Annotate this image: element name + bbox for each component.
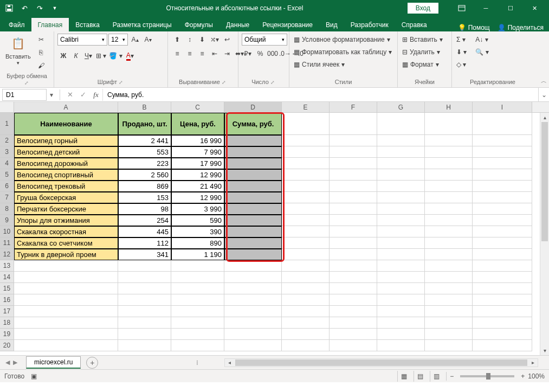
cell[interactable] <box>282 135 330 146</box>
cell[interactable]: 3 990 <box>171 203 224 215</box>
tab-developer[interactable]: Разработчик <box>344 18 395 31</box>
cell[interactable]: Турник в дверной проем <box>14 249 118 260</box>
col-header[interactable]: F <box>330 102 377 112</box>
cell[interactable] <box>282 192 330 203</box>
format-cells-button[interactable]: ▦ Формат ▾ <box>401 59 444 70</box>
cell[interactable]: Велосипед горный <box>14 135 118 146</box>
cell[interactable] <box>330 306 377 317</box>
cell[interactable] <box>425 135 473 146</box>
cell[interactable] <box>377 158 425 169</box>
scroll-down-icon[interactable]: ▾ <box>540 346 549 355</box>
cell[interactable]: 254 <box>118 215 171 226</box>
cell[interactable] <box>224 340 282 351</box>
cell[interactable] <box>118 306 171 317</box>
find-select-button[interactable]: 🔍 ▾ <box>474 46 489 57</box>
new-sheet-icon[interactable]: + <box>86 357 98 369</box>
cell[interactable] <box>473 215 532 226</box>
border-button[interactable]: ⊞ ▾ <box>95 50 107 62</box>
cell[interactable]: Груша боксерская <box>14 192 118 203</box>
orientation-icon[interactable]: ⤭▾ <box>209 34 221 46</box>
cell[interactable] <box>282 146 330 158</box>
cell[interactable] <box>425 260 473 272</box>
cell[interactable] <box>14 272 118 283</box>
cell-styles-button[interactable]: ▦ Стили ячеек ▾ <box>293 59 393 70</box>
tab-data[interactable]: Данные <box>219 18 256 31</box>
col-header[interactable]: B <box>118 102 171 112</box>
cell[interactable] <box>330 226 377 237</box>
cell[interactable] <box>377 249 425 260</box>
cell[interactable] <box>377 181 425 192</box>
cell[interactable] <box>282 317 330 329</box>
collapse-ribbon-icon[interactable]: ︿ <box>541 77 547 85</box>
dialog-launcher-icon[interactable]: ⤢ <box>270 80 276 85</box>
cell[interactable] <box>282 181 330 192</box>
cell[interactable]: 112 <box>118 237 171 249</box>
cell[interactable] <box>473 226 532 237</box>
align-center-icon[interactable]: ≡ <box>184 48 196 60</box>
zoom-slider[interactable] <box>460 375 514 377</box>
cell[interactable] <box>330 169 377 181</box>
paste-button[interactable]: 📋 Вставить ▼ <box>3 34 33 67</box>
cell[interactable] <box>330 158 377 169</box>
cell[interactable] <box>118 329 171 340</box>
align-bottom-icon[interactable]: ⬇ <box>196 34 208 46</box>
cell[interactable] <box>425 181 473 192</box>
cell[interactable]: 16 990 <box>171 135 224 146</box>
cell[interactable] <box>473 169 532 181</box>
cell[interactable] <box>282 294 330 306</box>
cell[interactable] <box>282 329 330 340</box>
align-top-icon[interactable]: ⬆ <box>171 34 183 46</box>
formula-input[interactable]: Сумма, руб. <box>102 89 538 101</box>
cell[interactable] <box>282 283 330 294</box>
cell[interactable] <box>330 192 377 203</box>
zoom-out-icon[interactable]: − <box>450 372 454 380</box>
cell[interactable] <box>425 169 473 181</box>
cell[interactable] <box>425 294 473 306</box>
enter-formula-icon[interactable]: ✓ <box>76 91 89 99</box>
row-header[interactable]: 17 <box>0 306 14 317</box>
cell[interactable] <box>282 226 330 237</box>
cell[interactable] <box>377 317 425 329</box>
zoom-level[interactable]: 100% <box>528 372 545 380</box>
cell[interactable] <box>425 215 473 226</box>
row-header[interactable]: 7 <box>0 192 14 203</box>
sheet-tab[interactable]: microexcel.ru <box>26 356 81 369</box>
cell[interactable] <box>118 340 171 351</box>
cell[interactable] <box>224 215 282 226</box>
row-header[interactable]: 6 <box>0 181 14 192</box>
cell[interactable]: Сумма, руб. <box>224 113 282 135</box>
cell[interactable]: Скакалка скоростная <box>14 226 118 237</box>
cell[interactable] <box>224 283 282 294</box>
cell[interactable] <box>425 249 473 260</box>
cell[interactable]: Велосипед детский <box>14 146 118 158</box>
scroll-up-icon[interactable]: ▴ <box>540 113 549 122</box>
tell-me[interactable]: 💡 Помощ <box>458 24 490 31</box>
cell[interactable] <box>473 135 532 146</box>
row-header[interactable]: 10 <box>0 226 14 237</box>
comma-icon[interactable]: 000 <box>267 48 279 60</box>
cell[interactable] <box>330 146 377 158</box>
sort-filter-button[interactable]: A↓ ▾ <box>474 34 489 45</box>
cell[interactable] <box>171 317 224 329</box>
cell[interactable] <box>282 215 330 226</box>
cell[interactable]: 890 <box>171 237 224 249</box>
select-all-corner[interactable] <box>0 102 14 112</box>
cell[interactable] <box>473 294 532 306</box>
tab-review[interactable]: Рецензирование <box>256 18 319 31</box>
cell[interactable] <box>224 226 282 237</box>
dialog-launcher-icon[interactable]: ⤢ <box>24 80 30 86</box>
cancel-formula-icon[interactable]: ✕ <box>63 91 76 99</box>
cell[interactable] <box>377 169 425 181</box>
scroll-right-icon[interactable]: ▸ <box>528 359 538 365</box>
col-header[interactable]: H <box>425 102 473 112</box>
cell[interactable]: Велосипед спортивный <box>14 169 118 181</box>
fx-icon[interactable]: fx <box>89 91 102 99</box>
cell[interactable] <box>473 158 532 169</box>
cell[interactable] <box>473 260 532 272</box>
decrease-indent-icon[interactable]: ⇤ <box>209 48 221 60</box>
cell[interactable] <box>330 237 377 249</box>
cell[interactable] <box>224 306 282 317</box>
copy-icon[interactable]: ⎘ <box>35 47 47 59</box>
cell[interactable] <box>224 146 282 158</box>
maximize-icon[interactable]: ☐ <box>498 1 522 16</box>
